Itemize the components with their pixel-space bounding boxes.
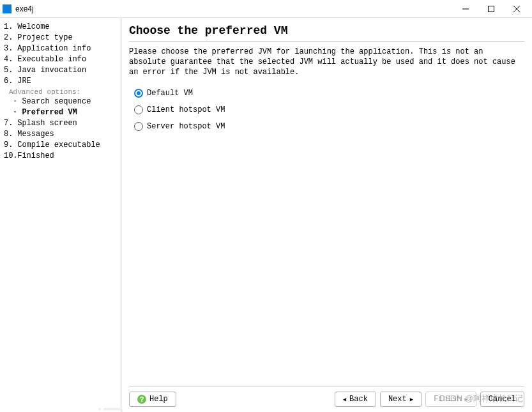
next-button[interactable]: Next ▶ <box>380 392 422 407</box>
advanced-options-label: Advanced options: <box>3 87 118 96</box>
radio-icon <box>134 89 143 98</box>
main-area: 1. Welcome 2. Project type 3. Applicatio… <box>0 18 532 412</box>
sidebar: 1. Welcome 2. Project type 3. Applicatio… <box>0 18 121 412</box>
window-controls <box>453 1 529 17</box>
nav-item-executable-info[interactable]: 4. Executable info <box>3 54 118 65</box>
maximize-button[interactable] <box>478 1 504 17</box>
help-label: Help <box>149 395 168 404</box>
finish-button: Finish ▶ <box>425 392 476 407</box>
brand-logo: exe4j <box>95 406 123 412</box>
nav-list: 1. Welcome 2. Project type 3. Applicatio… <box>3 22 118 162</box>
nav-item-splash-screen[interactable]: 7. Splash screen <box>3 118 118 129</box>
page-title: Choose the preferred VM <box>129 24 524 42</box>
triangle-right-icon: ▶ <box>464 396 467 403</box>
minimize-button[interactable] <box>453 1 478 17</box>
nav-item-welcome[interactable]: 1. Welcome <box>3 22 118 33</box>
radio-label: Default VM <box>147 89 193 98</box>
back-button[interactable]: ◀ Back <box>335 392 376 407</box>
content-panel: Choose the preferred VM Please choose th… <box>121 18 532 412</box>
nav-item-messages[interactable]: 8. Messages <box>3 129 118 140</box>
radio-client-hotspot-vm[interactable]: Client hotspot VM <box>134 105 524 114</box>
radio-label: Client hotspot VM <box>147 105 225 114</box>
triangle-left-icon: ◀ <box>343 396 346 403</box>
cancel-label: Cancel <box>489 395 516 404</box>
button-bar: ? Help ◀ Back Next ▶ Finish ▶ Cancel <box>129 386 524 407</box>
svg-rect-1 <box>489 6 494 11</box>
nav-item-application-info[interactable]: 3. Application info <box>3 43 118 54</box>
content-spacer <box>129 131 524 386</box>
radio-default-vm[interactable]: Default VM <box>134 89 524 98</box>
help-button[interactable]: ? Help <box>129 392 176 407</box>
cancel-button[interactable]: Cancel <box>480 392 524 407</box>
close-button[interactable] <box>504 1 529 17</box>
page-description: Please choose the preferred JVM for laun… <box>129 47 524 77</box>
triangle-right-icon: ▶ <box>410 396 413 403</box>
radio-icon <box>134 105 143 114</box>
nav-item-finished[interactable]: 10. Finished <box>3 151 118 162</box>
finish-label: Finish <box>434 395 461 404</box>
back-label: Back <box>349 395 368 404</box>
help-icon: ? <box>137 395 146 404</box>
app-icon <box>3 4 11 13</box>
radio-icon <box>134 122 143 131</box>
nav-item-compile-executable[interactable]: 9. Compile executable <box>3 140 118 151</box>
nav-sub-preferred-vm[interactable]: · Preferred VM <box>3 107 118 118</box>
nav-item-java-invocation[interactable]: 5. Java invocation <box>3 65 118 76</box>
vm-radio-group: Default VM Client hotspot VM Server hots… <box>129 89 524 131</box>
next-label: Next <box>388 395 407 404</box>
nav-item-jre[interactable]: 6. JRE <box>3 76 118 87</box>
nav-sub-search-sequence[interactable]: · Search sequence <box>3 96 118 107</box>
radio-server-hotspot-vm[interactable]: Server hotspot VM <box>134 122 524 131</box>
window-title: exe4j <box>15 4 453 13</box>
radio-label: Server hotspot VM <box>147 122 225 131</box>
nav-item-project-type[interactable]: 2. Project type <box>3 33 118 43</box>
titlebar: exe4j <box>0 0 532 18</box>
